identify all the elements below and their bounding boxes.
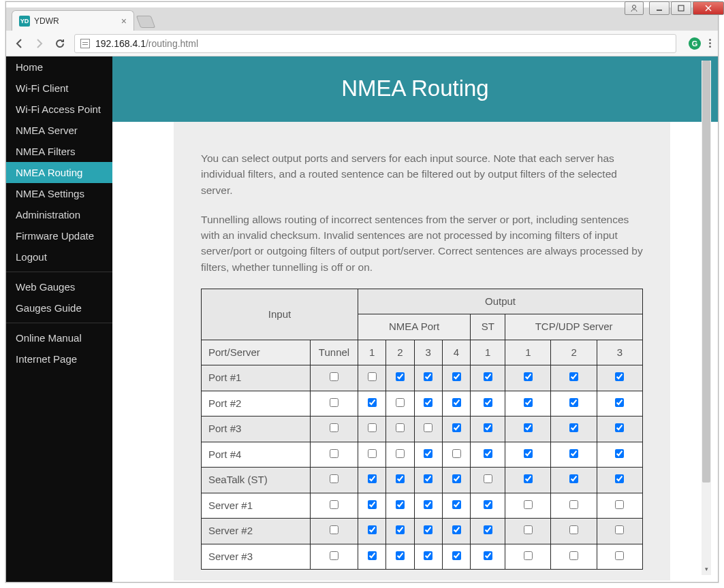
maximize-button[interactable] <box>671 1 691 15</box>
tunnel-checkbox[interactable] <box>330 398 339 407</box>
output-checkbox[interactable] <box>368 525 377 534</box>
menu-button[interactable] <box>709 37 711 49</box>
output-checkbox[interactable] <box>484 474 492 483</box>
tunnel-checkbox[interactable] <box>330 474 339 483</box>
sidebar-item[interactable]: Wi-Fi Access Point <box>6 99 112 120</box>
output-checkbox[interactable] <box>396 398 405 407</box>
output-checkbox[interactable] <box>424 372 432 381</box>
output-checkbox[interactable] <box>524 423 533 432</box>
output-checkbox[interactable] <box>569 525 578 534</box>
sidebar-item[interactable]: NMEA Routing <box>6 162 112 183</box>
output-checkbox[interactable] <box>452 551 461 560</box>
output-checkbox[interactable] <box>524 500 533 509</box>
output-checkbox[interactable] <box>396 449 405 458</box>
output-checkbox[interactable] <box>484 551 492 560</box>
forward-button[interactable] <box>33 37 46 50</box>
tunnel-checkbox[interactable] <box>330 372 339 381</box>
sidebar-item[interactable]: NMEA Settings <box>6 183 112 204</box>
output-checkbox[interactable] <box>524 372 533 381</box>
scrollbar[interactable]: ▾ <box>702 61 711 575</box>
output-checkbox[interactable] <box>484 372 492 381</box>
sidebar-item[interactable]: NMEA Server <box>6 120 112 141</box>
output-checkbox[interactable] <box>615 398 624 407</box>
output-checkbox[interactable] <box>452 500 461 509</box>
output-checkbox[interactable] <box>368 449 377 458</box>
output-checkbox[interactable] <box>424 423 432 432</box>
sidebar-item[interactable]: Online Manual <box>6 327 112 348</box>
site-info-icon[interactable] <box>80 39 90 48</box>
output-checkbox[interactable] <box>524 525 533 534</box>
output-checkbox[interactable] <box>424 551 432 560</box>
output-checkbox[interactable] <box>524 449 533 458</box>
browser-tab[interactable]: YD YDWR × <box>12 10 134 31</box>
sidebar-item[interactable]: Firmware Update <box>6 225 112 246</box>
output-checkbox[interactable] <box>452 449 461 458</box>
reload-button[interactable] <box>54 37 66 50</box>
output-checkbox[interactable] <box>615 372 624 381</box>
output-checkbox[interactable] <box>452 525 461 534</box>
extension-icon[interactable]: G <box>689 37 701 50</box>
tunnel-checkbox[interactable] <box>330 423 339 432</box>
sidebar-item[interactable]: Internet Page <box>6 348 112 370</box>
output-checkbox[interactable] <box>452 474 461 483</box>
output-checkbox[interactable] <box>484 423 492 432</box>
output-checkbox[interactable] <box>396 500 405 509</box>
output-checkbox[interactable] <box>484 525 492 534</box>
tab-close-icon[interactable]: × <box>121 16 127 27</box>
output-checkbox[interactable] <box>569 500 578 509</box>
sidebar-item[interactable]: Home <box>6 56 112 78</box>
output-checkbox[interactable] <box>368 372 377 381</box>
output-checkbox[interactable] <box>396 525 405 534</box>
output-checkbox[interactable] <box>452 423 461 432</box>
sidebar-item[interactable]: Gauges Guide <box>6 297 112 318</box>
output-checkbox[interactable] <box>569 449 578 458</box>
output-checkbox[interactable] <box>452 372 461 381</box>
output-checkbox[interactable] <box>368 500 377 509</box>
tunnel-checkbox[interactable] <box>330 551 339 560</box>
output-checkbox[interactable] <box>396 423 405 432</box>
output-checkbox[interactable] <box>368 551 377 560</box>
output-checkbox[interactable] <box>569 551 578 560</box>
output-checkbox[interactable] <box>615 449 624 458</box>
output-checkbox[interactable] <box>396 474 405 483</box>
scrollbar-thumb[interactable] <box>702 61 710 483</box>
tunnel-checkbox[interactable] <box>330 525 339 534</box>
close-button[interactable] <box>693 1 724 15</box>
output-checkbox[interactable] <box>484 500 492 509</box>
address-bar[interactable]: 192.168.4.1/routing.html <box>74 34 676 53</box>
sidebar-item[interactable]: NMEA Filters <box>6 141 112 162</box>
user-icon[interactable] <box>625 1 644 15</box>
output-checkbox[interactable] <box>569 474 578 483</box>
output-checkbox[interactable] <box>424 474 432 483</box>
tunnel-checkbox[interactable] <box>330 449 339 458</box>
output-checkbox[interactable] <box>615 551 624 560</box>
output-checkbox[interactable] <box>615 423 624 432</box>
output-checkbox[interactable] <box>452 398 461 407</box>
output-checkbox[interactable] <box>615 525 624 534</box>
output-checkbox[interactable] <box>368 423 377 432</box>
output-checkbox[interactable] <box>424 525 432 534</box>
output-checkbox[interactable] <box>524 398 533 407</box>
sidebar-item[interactable]: Wi-Fi Client <box>6 78 112 99</box>
output-checkbox[interactable] <box>569 423 578 432</box>
output-checkbox[interactable] <box>424 500 432 509</box>
output-checkbox[interactable] <box>484 398 492 407</box>
output-checkbox[interactable] <box>368 398 377 407</box>
back-button[interactable] <box>13 37 25 50</box>
output-checkbox[interactable] <box>569 372 578 381</box>
output-checkbox[interactable] <box>424 449 432 458</box>
sidebar-item[interactable]: Logout <box>6 246 112 267</box>
scroll-down-icon[interactable]: ▾ <box>702 566 711 575</box>
new-tab-button[interactable] <box>136 16 156 28</box>
output-checkbox[interactable] <box>368 474 377 483</box>
output-checkbox[interactable] <box>569 398 578 407</box>
output-checkbox[interactable] <box>424 398 432 407</box>
output-checkbox[interactable] <box>615 474 624 483</box>
output-checkbox[interactable] <box>524 474 533 483</box>
sidebar-item[interactable]: Administration <box>6 204 112 225</box>
output-checkbox[interactable] <box>396 372 405 381</box>
output-checkbox[interactable] <box>396 551 405 560</box>
tunnel-checkbox[interactable] <box>330 500 339 509</box>
output-checkbox[interactable] <box>484 449 492 458</box>
minimize-button[interactable] <box>649 1 670 15</box>
